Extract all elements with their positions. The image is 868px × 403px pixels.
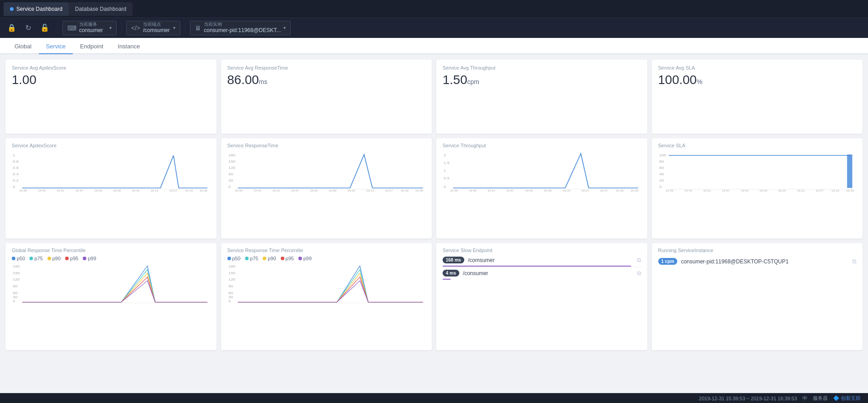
legend-p50: p50	[12, 256, 25, 261]
code-icon: ⌨	[67, 24, 76, 32]
sep3	[185, 23, 185, 33]
svg-text:0: 0	[443, 185, 446, 189]
svg-text:16:27: 16:27	[385, 189, 393, 192]
svg-text:16:15: 16:15	[562, 189, 571, 192]
svg-text:16:03: 16:03	[741, 189, 749, 192]
svg-text:1: 1	[13, 153, 15, 157]
svg-text:16:33: 16:33	[401, 189, 409, 192]
svc-p50-dot	[227, 257, 231, 260]
svg-text:16:15: 16:15	[778, 189, 786, 192]
svg-text:0.8: 0.8	[13, 159, 19, 164]
apdex-title: Service Avg ApdexScore	[12, 65, 210, 70]
svg-text:0: 0	[228, 185, 231, 189]
service-percentile-title: Service Response Time Percentile	[227, 248, 426, 253]
svg-text:90: 90	[228, 172, 233, 176]
svg-text:16:15: 16:15	[132, 189, 140, 192]
tab-global[interactable]: Global	[7, 39, 39, 54]
svg-text:16:33: 16:33	[831, 189, 840, 192]
svg-text:30: 30	[13, 295, 18, 299]
chevron-down-icon: ▾	[173, 25, 175, 30]
svg-text:15:45: 15:45	[684, 189, 692, 192]
svg-text:0: 0	[659, 185, 661, 189]
tab-endpoint[interactable]: Endpoint	[73, 39, 110, 54]
copy-icon-1[interactable]: ⧉	[637, 257, 641, 264]
running-instance-card: Running ServiceInstance 1 cpm consumer-p…	[652, 243, 863, 351]
instance-copy-icon[interactable]: ⧉	[852, 258, 856, 265]
svg-text:60: 60	[13, 291, 18, 295]
svg-text:0.2: 0.2	[13, 178, 19, 183]
svg-text:16:33: 16:33	[185, 189, 193, 192]
global-percentile-title: Global Response Time Percentile	[12, 248, 210, 253]
top-bar: Service Dashboard Database Dashboard	[0, 0, 868, 18]
global-percentile-card: Global Response Time Percentile p50 p75 …	[5, 243, 217, 351]
svc-p99-dot	[298, 257, 302, 260]
response-chart-card: Service ResponseTime 180 150 120 90 30 0…	[221, 138, 432, 239]
svg-text:80: 80	[659, 159, 664, 164]
service-dashboard-tab[interactable]: Service Dashboard	[4, 2, 69, 16]
current-instance-dropdown[interactable]: 🖥 当前实例 consumer-pid:11968@DESKT... ▾	[190, 21, 291, 35]
svg-text:16:27: 16:27	[169, 189, 177, 192]
svg-text:16:09: 16:09	[113, 189, 121, 192]
status-bar: 2019-12-31 15:39:53 ~ 2019-12-31 16:39:5…	[0, 393, 868, 403]
sla-svg: 100 80 60 40 20 0 15:39 15:45 15:51 15:5…	[658, 151, 857, 192]
svg-text:120: 120	[13, 278, 20, 281]
apdex-chart-title: Service ApdexScore	[12, 143, 210, 148]
svg-text:120: 120	[228, 278, 236, 281]
svc-p95-dot	[281, 257, 284, 260]
current-endpoint-dropdown[interactable]: </> 当前端点 /comsumer ▾	[126, 21, 180, 35]
service-legend: p50 p75 p90 p95 p99	[227, 256, 426, 261]
endpoint-row-1: 168 ms /comsumer ⧉	[443, 257, 641, 267]
endpoint-bar-2	[443, 279, 451, 280]
svg-text:15:39: 15:39	[665, 189, 674, 192]
endpoint-name-1: /comsumer	[468, 257, 632, 263]
svg-text:16:09: 16:09	[759, 189, 767, 192]
sep1	[57, 23, 58, 33]
apdex-chart-card: Service ApdexScore 1 0.8 0.6 0.4 0.2 0 1…	[5, 138, 217, 239]
time-range: 2019-12-31 15:39:53 ~ 2019-12-31 16:39:5…	[699, 396, 797, 401]
svg-text:15:57: 15:57	[722, 189, 730, 192]
throughput-svg: 2 1.5 1 0.5 0 15:39 15:45 15:51 15:57 16…	[443, 151, 641, 192]
p90-dot	[47, 257, 51, 260]
sla-card: Service Avg SLA 100.00%	[652, 60, 863, 134]
svg-text:0: 0	[228, 300, 231, 303]
tab-service[interactable]: Service	[39, 39, 73, 54]
legend-p99: p99	[83, 256, 96, 261]
dashboard: Service Avg ApdexScore 1.00 Service Avg …	[0, 54, 868, 403]
svc-legend-p95: p95	[281, 256, 294, 261]
svc-p90-dot	[263, 257, 266, 260]
database-dashboard-tab[interactable]: Database Dashboard	[69, 2, 132, 16]
svg-text:0.6: 0.6	[13, 166, 19, 170]
endpoint-badge-2: 4 ms	[443, 270, 459, 276]
svg-text:30: 30	[228, 178, 233, 183]
svg-text:16:15: 16:15	[347, 189, 355, 192]
endpoint-icon: </>	[131, 24, 140, 32]
svg-text:0.4: 0.4	[13, 172, 19, 176]
copy-icon-2[interactable]: ⧉	[637, 270, 641, 277]
sla-chart-card: Service SLA 100 80 60 40 20 0 15:39 15:4…	[652, 138, 863, 239]
svg-text:16:09: 16:09	[544, 189, 552, 192]
current-service-dropdown[interactable]: ⌨ 当前服务 consumer ▾	[62, 21, 117, 35]
apdex-value: 1.00	[12, 72, 210, 88]
svg-text:16:21: 16:21	[797, 189, 805, 192]
p75-dot	[29, 257, 33, 260]
sep2	[121, 23, 122, 33]
svg-text:100: 100	[659, 153, 666, 157]
p99-dot	[83, 257, 86, 260]
sla-value: 100.00%	[658, 72, 857, 88]
monitor-icon: 🖥	[195, 24, 201, 32]
svg-text:15:45: 15:45	[469, 189, 477, 192]
legend-p90: p90	[47, 256, 61, 261]
unlock-icon[interactable]: 🔓	[37, 22, 53, 34]
tab-instance[interactable]: Instance	[110, 39, 147, 54]
instance-badge-1: 1 cpm	[658, 258, 678, 265]
lock-icon[interactable]: 🔒	[4, 22, 20, 34]
svc-legend-p50: p50	[227, 256, 241, 261]
refresh-icon[interactable]: ↻	[22, 22, 35, 34]
legend-p75: p75	[29, 256, 42, 261]
legend-p95: p95	[65, 256, 78, 261]
nav-tabs: Global Service Endpoint Instance	[0, 38, 868, 54]
endpoint-name-2: /consumer	[463, 270, 632, 276]
svg-text:16:27: 16:27	[816, 189, 824, 192]
response-title: Service Avg ResponseTime	[227, 65, 426, 70]
toolbar: 🔒 ↻ 🔓 ⌨ 当前服务 consumer ▾ </> 当前端点 /comsum…	[0, 18, 868, 38]
